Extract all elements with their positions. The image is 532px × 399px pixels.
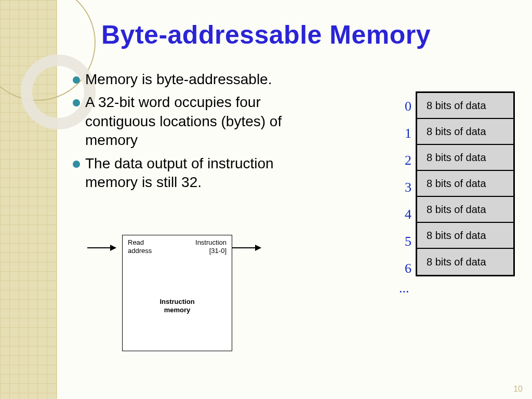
- bullet-list: Memory is byte-addressable. A 32-bit wor…: [73, 70, 296, 196]
- input-port-label: Read address: [128, 238, 152, 255]
- memory-byte-diagram: 0 1 2 3 4 5 6 8 bits of data 8 bits of d…: [416, 91, 515, 276]
- memory-index: 5: [399, 234, 411, 249]
- memory-index: 1: [399, 126, 411, 141]
- memory-cell: 8 bits of data: [417, 145, 513, 171]
- bullet-icon: [73, 161, 80, 168]
- memory-cell: 8 bits of data: [417, 197, 513, 223]
- arrow-output-icon: [232, 247, 261, 248]
- bullet-item: A 32-bit word occupies four contiguous l…: [73, 93, 296, 150]
- bullet-text: The data output of instruction memory is…: [85, 154, 296, 192]
- memory-cell: 8 bits of data: [417, 93, 513, 119]
- bullet-icon: [73, 99, 80, 107]
- block-center-label: Instruction memory: [123, 298, 232, 314]
- memory-table: 8 bits of data 8 bits of data 8 bits of …: [416, 91, 515, 276]
- slide-title: Byte-addressable Memory: [0, 20, 532, 50]
- arrow-input-icon: [87, 247, 116, 248]
- memory-ellipsis: ...: [399, 281, 409, 296]
- memory-cell: 8 bits of data: [417, 171, 513, 197]
- bullet-icon: [73, 76, 80, 84]
- memory-cell: 8 bits of data: [417, 223, 513, 249]
- bullet-item: The data output of instruction memory is…: [73, 154, 296, 192]
- bullet-text: A 32-bit word occupies four contiguous l…: [85, 93, 296, 150]
- page-number: 10: [513, 384, 523, 394]
- memory-index: 6: [399, 261, 411, 276]
- memory-cell: 8 bits of data: [417, 249, 513, 275]
- memory-index: 3: [399, 180, 411, 195]
- instruction-memory-block: Read address Instruction [31-0] Instruct…: [122, 235, 232, 351]
- bullet-item: Memory is byte-addressable.: [73, 70, 296, 89]
- bullet-text: Memory is byte-addressable.: [85, 70, 272, 89]
- memory-cell: 8 bits of data: [417, 119, 513, 145]
- memory-index: 0: [399, 99, 411, 114]
- output-port-label: Instruction [31-0]: [195, 238, 227, 255]
- memory-index: 4: [399, 207, 411, 222]
- memory-index: 2: [399, 153, 411, 168]
